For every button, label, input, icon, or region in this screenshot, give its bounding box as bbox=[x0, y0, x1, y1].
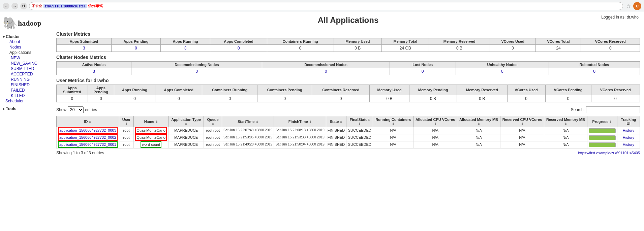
app-id-link[interactable]: application_1560604927732_0002 bbox=[58, 134, 118, 141]
app-running-containers-cell: N/A bbox=[373, 141, 413, 148]
logged-in-user: Logged in as: dr.who bbox=[601, 15, 639, 20]
app-user-cell: root bbox=[119, 141, 134, 148]
um-val-0[interactable]: 0 bbox=[57, 95, 88, 102]
um-val-8[interactable]: 0 B bbox=[409, 95, 457, 102]
history-link[interactable]: History bbox=[623, 135, 634, 139]
cm-val-3[interactable]: 0 bbox=[210, 45, 267, 52]
bottom-link[interactable]: https://first.example/zrk691101:45405 bbox=[578, 151, 640, 155]
app-tracking-cell[interactable]: History bbox=[617, 127, 640, 134]
history-link[interactable]: History bbox=[623, 128, 634, 132]
cnm-val-1[interactable]: 0 bbox=[131, 68, 262, 75]
annotations-wrapper: 圆周率：25 22 单词统计 ID ⇕ User ⇕ Name ⇕ Applic… bbox=[56, 116, 640, 148]
sidebar-item-failed[interactable]: FAILED bbox=[9, 88, 49, 93]
um-val-12[interactable]: 0 bbox=[591, 95, 640, 102]
app-user-cell: root bbox=[119, 134, 134, 141]
entries-select[interactable]: 20 50 100 bbox=[68, 106, 84, 113]
app-tracking-cell[interactable]: History bbox=[617, 141, 640, 148]
th-final-status[interactable]: FinalStatus ⇕ bbox=[346, 116, 373, 127]
reload-button[interactable]: ↺ bbox=[20, 3, 27, 9]
cnm-val-4[interactable]: 0 bbox=[456, 68, 549, 75]
cnm-val-2[interactable]: 0 bbox=[262, 68, 390, 75]
page-layout: 🐘 hadoop ▾ Cluster About Nodes Applicati… bbox=[0, 12, 644, 231]
um-header-4: Containers Running bbox=[202, 85, 257, 95]
cnm-val-0[interactable]: 3 bbox=[57, 68, 131, 75]
table-row: application_1560604927732_0001 root word… bbox=[57, 141, 640, 148]
cm-val-8[interactable]: 0 bbox=[490, 45, 536, 52]
th-running-containers[interactable]: Running Containers ⇕ bbox=[373, 116, 413, 127]
th-res-cpu[interactable]: Reserved CPU VCores ⇕ bbox=[500, 116, 544, 127]
app-id-cell[interactable]: application_1560604927732_0003 bbox=[57, 127, 119, 134]
cm-val-7[interactable]: 0 B bbox=[429, 45, 490, 52]
sidebar-item-nodes[interactable]: Nodes bbox=[5, 44, 49, 50]
forward-button[interactable]: → bbox=[11, 3, 18, 9]
sidebar-item-killed[interactable]: KILLED bbox=[9, 93, 49, 98]
th-app-type[interactable]: Application Type ⇕ bbox=[168, 116, 204, 127]
sidebar-item-running[interactable]: RUNNING bbox=[9, 77, 49, 82]
um-val-11[interactable]: 0 bbox=[545, 95, 591, 102]
app-tracking-cell[interactable]: History bbox=[617, 134, 640, 141]
th-res-mem[interactable]: Reserved Memory MB ⇕ bbox=[544, 116, 587, 127]
cm-val-2[interactable]: 3 bbox=[160, 45, 210, 52]
um-val-4[interactable]: 0 bbox=[202, 95, 257, 102]
th-tracking[interactable]: Tracking UI bbox=[617, 116, 640, 127]
cm-val-4[interactable]: 0 bbox=[267, 45, 334, 52]
um-header-7: Memory Used bbox=[370, 85, 409, 95]
th-finish-time[interactable]: FinishTime ⇕ bbox=[274, 116, 326, 127]
um-val-3[interactable]: 0 bbox=[155, 95, 202, 102]
cluster-header[interactable]: ▾ Cluster bbox=[3, 34, 49, 39]
app-id-link[interactable]: application_1560604927732_0003 bbox=[58, 127, 118, 134]
cm-val-9[interactable]: 24 bbox=[536, 45, 581, 52]
sidebar-item-new-saving[interactable]: NEW_SAVING bbox=[9, 61, 49, 66]
cm-header-5: Memory Used bbox=[334, 38, 382, 45]
cm-val-10[interactable]: 0 bbox=[581, 45, 640, 52]
um-val-9[interactable]: 0 B bbox=[457, 95, 508, 102]
app-type-cell: MAPREDUCE bbox=[168, 134, 204, 141]
progress-sort-icon: ⇕ bbox=[609, 120, 612, 124]
th-user[interactable]: User ⇕ bbox=[119, 116, 134, 127]
th-name[interactable]: Name ⇕ bbox=[134, 116, 168, 127]
sidebar-item-scheduler[interactable]: Scheduler bbox=[5, 98, 49, 104]
app-state-cell: FINISHED bbox=[326, 127, 346, 134]
um-val-7[interactable]: 0 B bbox=[370, 95, 409, 102]
th-id[interactable]: ID ⇕ bbox=[57, 116, 119, 127]
cm-val-5[interactable]: 0 B bbox=[334, 45, 382, 52]
th-progress[interactable]: Progress ⇕ bbox=[587, 116, 617, 127]
um-val-5[interactable]: 0 bbox=[257, 95, 312, 102]
app-finish-cell: Sat Jun 15 22:08:13 +0800 2019 bbox=[274, 127, 326, 134]
app-alloc-cpu-cell: N/A bbox=[413, 141, 457, 148]
url-bar[interactable]: 不安全 zrk691101:8088/cluster 伪分布式 bbox=[29, 2, 623, 10]
queue-sort-icon: ⇕ bbox=[212, 122, 214, 126]
sidebar-item-new[interactable]: NEW bbox=[9, 55, 49, 61]
history-link[interactable]: History bbox=[623, 142, 634, 146]
th-queue[interactable]: Queue ⇕ bbox=[204, 116, 222, 127]
cm-val-6[interactable]: 24 GB bbox=[382, 45, 429, 52]
th-start-time[interactable]: StartTime ⇕ bbox=[222, 116, 274, 127]
star-button[interactable]: ☆ bbox=[625, 3, 632, 9]
um-val-6[interactable]: 0 bbox=[312, 95, 370, 102]
amem-sort-icon: ⇕ bbox=[478, 122, 480, 126]
app-id-cell[interactable]: application_1560604927732_0001 bbox=[57, 141, 119, 148]
sidebar-item-finished[interactable]: FINISHED bbox=[9, 82, 49, 88]
state-sort-icon: ⇕ bbox=[340, 120, 342, 124]
app-name: QuasiMonteCarlo bbox=[135, 134, 167, 141]
th-alloc-mem[interactable]: Allocated Memory MB ⇕ bbox=[457, 116, 500, 127]
app-id-link[interactable]: application_1560604927732_0001 bbox=[58, 141, 118, 148]
search-input[interactable] bbox=[586, 106, 640, 113]
cnm-val-5[interactable]: 0 bbox=[549, 68, 640, 75]
sidebar-item-accepted[interactable]: ACCEPTED bbox=[9, 71, 49, 77]
cm-header-3: Apps Completed bbox=[210, 38, 267, 45]
sidebar-item-submitted[interactable]: SUBMITTED bbox=[9, 66, 49, 71]
sidebar-item-about[interactable]: About bbox=[5, 39, 49, 44]
cm-val-0[interactable]: 3 bbox=[57, 45, 112, 52]
app-id-cell[interactable]: application_1560604927732_0002 bbox=[57, 134, 119, 141]
th-state[interactable]: State ⇕ bbox=[326, 116, 346, 127]
um-val-10[interactable]: 0 bbox=[507, 95, 545, 102]
th-alloc-cpu[interactable]: Allocated CPU VCores ⇕ bbox=[413, 116, 457, 127]
cnm-val-3[interactable]: 0 bbox=[390, 68, 456, 75]
cm-val-1[interactable]: 0 bbox=[112, 45, 161, 52]
back-button[interactable]: ← bbox=[3, 3, 9, 9]
um-val-1[interactable]: 0 bbox=[88, 95, 114, 102]
um-val-2[interactable]: 0 bbox=[114, 95, 155, 102]
tools-header[interactable]: ▸ Tools bbox=[3, 106, 49, 111]
final-sort-icon: ⇕ bbox=[358, 122, 361, 126]
